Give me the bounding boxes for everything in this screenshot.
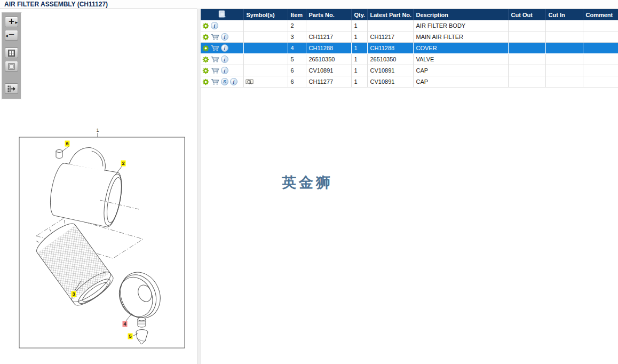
- cell-symbols: [243, 54, 288, 65]
- callout-6[interactable]: 6: [65, 141, 69, 147]
- zoom-out-button[interactable]: −◀: [5, 30, 18, 41]
- col-item[interactable]: Item: [288, 9, 306, 20]
- row-action-icons: i: [201, 31, 243, 43]
- table-row[interactable]: i4CH112881CH11288COVER: [201, 43, 618, 54]
- cell-cut-out: [508, 31, 545, 43]
- callout-3[interactable]: 3: [71, 291, 76, 297]
- col-actions[interactable]: [201, 9, 243, 20]
- gear-icon[interactable]: [202, 22, 209, 29]
- gear-icon[interactable]: [202, 34, 209, 41]
- cell-parts-no: CH11277: [306, 76, 351, 88]
- page-title: AIR FILTER ASSEMBLY (CH11127): [4, 1, 108, 8]
- zoom-in-button[interactable]: +▶: [5, 17, 18, 27]
- s-icon[interactable]: S: [221, 78, 228, 85]
- cell-latest-part-no: CH11288: [367, 43, 413, 54]
- cell-description: VALVE: [413, 54, 508, 65]
- fit-view-button[interactable]: [5, 61, 18, 72]
- cell-latest-part-no: 26510350: [367, 54, 413, 65]
- cell-comment: [583, 65, 618, 76]
- col-cut-out[interactable]: Cut Out: [508, 9, 545, 20]
- info-icon[interactable]: i: [221, 44, 228, 52]
- info-icon[interactable]: i: [221, 67, 228, 74]
- info-icon[interactable]: i: [230, 78, 237, 85]
- cell-qty: 1: [351, 65, 367, 76]
- col-parts-no[interactable]: Parts No.: [306, 9, 351, 20]
- col-symbol-s[interactable]: Symbol(s): [243, 9, 288, 20]
- info-icon[interactable]: i: [221, 33, 228, 41]
- cart-icon[interactable]: [211, 56, 219, 63]
- gear-icon[interactable]: [202, 56, 209, 63]
- cell-description: AIR FILTER BODY: [413, 20, 508, 31]
- gear-icon[interactable]: [202, 67, 209, 74]
- row-action-icons: i: [201, 54, 243, 65]
- cart-icon[interactable]: [211, 67, 219, 74]
- cell-qty: 1: [351, 76, 367, 88]
- gear-icon[interactable]: [202, 45, 209, 52]
- cell-symbols: [243, 43, 288, 54]
- cart-icon[interactable]: [211, 78, 219, 85]
- exploded-view-drawing: [16, 125, 187, 352]
- cart-icon[interactable]: [211, 34, 219, 41]
- col-latest-part-no[interactable]: Latest Part No.: [367, 9, 413, 20]
- book-search-icon: [218, 10, 226, 18]
- cell-comment: [583, 43, 618, 54]
- row-action-icons: i: [201, 20, 243, 31]
- parts-table-header: Symbol(s)ItemParts No.Qty.Latest Part No…: [201, 9, 618, 20]
- cell-item: 6: [288, 65, 306, 76]
- cell-latest-part-no: CH11217: [367, 31, 413, 43]
- part-spout: [138, 318, 146, 327]
- row-action-icons: i: [201, 43, 243, 54]
- table-row[interactable]: i526510350126510350VALVE: [201, 54, 618, 65]
- cell-item: 6: [288, 76, 306, 88]
- cell-symbols: [243, 76, 288, 88]
- table-row[interactable]: i3CH112171CH11217MAIN AIR FILTER: [201, 31, 618, 43]
- cell-cut-in: [545, 43, 583, 54]
- col-description[interactable]: Description: [413, 9, 508, 20]
- cell-symbols: [243, 31, 288, 43]
- diagram-canvas[interactable]: 162345: [16, 125, 187, 352]
- cell-latest-part-no: CV10891: [367, 76, 413, 88]
- diagram-toolbar: +▶−◀: [2, 12, 22, 100]
- col-cut-in[interactable]: Cut In: [545, 9, 583, 20]
- callout-4[interactable]: 4: [122, 321, 127, 327]
- cell-item: 3: [288, 31, 306, 43]
- parts-table-body: i21AIR FILTER BODYi3CH112171CH11217MAIN …: [201, 20, 618, 88]
- cell-cut-in: [545, 54, 583, 65]
- cell-comment: [583, 54, 618, 65]
- cell-description: CAP: [413, 65, 508, 76]
- cell-item: 4: [288, 43, 306, 54]
- cell-parts-no: CH11217: [306, 31, 351, 43]
- cell-description: COVER: [413, 43, 508, 54]
- tile-view-button[interactable]: [5, 48, 18, 58]
- table-row[interactable]: Si6CH112771CV10891CAP: [201, 76, 618, 88]
- table-row[interactable]: i6CV108911CV10891CAP: [201, 65, 618, 76]
- title-bar: AIR FILTER ASSEMBLY (CH11127): [0, 0, 618, 9]
- cell-item: 5: [288, 54, 306, 65]
- cell-qty: 1: [351, 54, 367, 65]
- cell-description: CAP: [413, 76, 508, 88]
- col-qty[interactable]: Qty.: [351, 9, 367, 20]
- book-magnifier-icon[interactable]: [245, 78, 253, 85]
- part-cap-small: [56, 150, 62, 159]
- gear-icon[interactable]: [202, 78, 209, 85]
- cell-latest-part-no: [367, 20, 413, 31]
- info-icon[interactable]: i: [221, 56, 228, 63]
- callout-1[interactable]: 1: [95, 128, 100, 133]
- cell-parts-no: 26510350: [306, 54, 351, 65]
- callout-2[interactable]: 2: [121, 161, 125, 167]
- cell-cut-in: [545, 31, 583, 43]
- row-action-icons: Si: [201, 76, 243, 88]
- cell-cut-out: [508, 54, 545, 65]
- cell-comment: [583, 76, 618, 88]
- info-icon[interactable]: i: [211, 22, 218, 29]
- cell-parts-no: CV10891: [306, 65, 351, 76]
- cell-qty: 1: [351, 20, 367, 31]
- col-comment[interactable]: Comment: [583, 9, 618, 20]
- callout-5[interactable]: 5: [128, 334, 132, 339]
- cell-parts-no: CH11288: [306, 43, 351, 54]
- table-row[interactable]: i21AIR FILTER BODY: [201, 20, 618, 31]
- export-list-button[interactable]: [5, 83, 18, 94]
- cart-icon[interactable]: [211, 45, 219, 52]
- cell-latest-part-no: CV10891: [367, 65, 413, 76]
- cell-cut-in: [545, 76, 583, 88]
